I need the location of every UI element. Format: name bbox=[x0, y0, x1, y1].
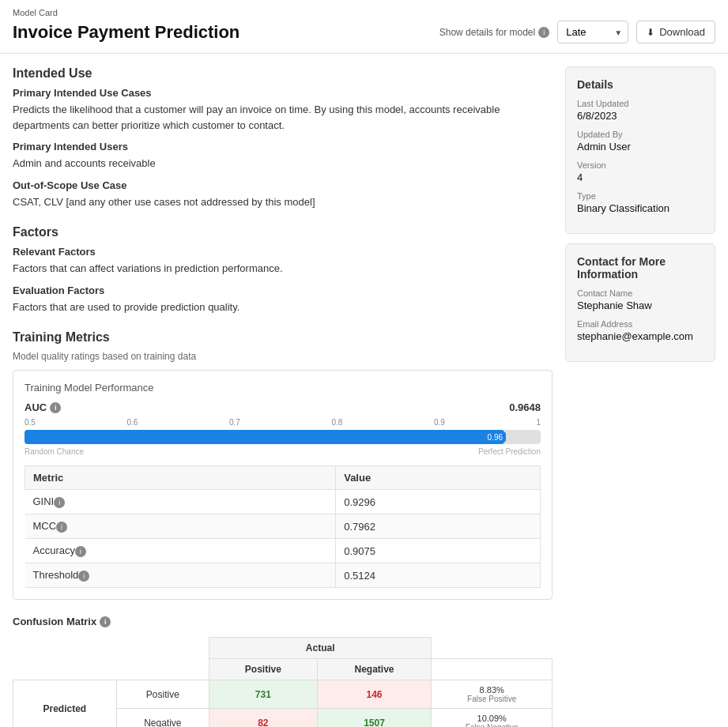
metrics-table: Metric Value GINIi0.9296MCCi0.7962Accura… bbox=[25, 465, 541, 588]
caption-left: Random Chance bbox=[25, 447, 84, 456]
show-details-info-icon[interactable]: i bbox=[538, 27, 549, 38]
contact-email-row: Email Address stephanie@example.com bbox=[577, 319, 703, 342]
model-select-wrapper: Late On Time ▼ bbox=[557, 21, 628, 43]
tn-cell: 1507 bbox=[317, 709, 432, 728]
evaluation-factors-text: Factors that are used to provide predict… bbox=[13, 299, 553, 315]
download-button[interactable]: ⬇ Download bbox=[636, 21, 715, 43]
contact-card-title: Contact for More Information bbox=[577, 255, 703, 281]
progress-fill: 0.96 bbox=[25, 430, 504, 444]
table-row: MCCi0.7962 bbox=[25, 514, 541, 539]
main-content: Intended Use Primary Intended Use Cases … bbox=[0, 54, 728, 727]
table-row: GINIi0.9296 bbox=[25, 490, 541, 514]
table-row: Thresholdi0.5124 bbox=[25, 563, 541, 588]
version-row: Version 4 bbox=[577, 160, 703, 183]
header-bar: Model Card Invoice Payment Prediction Sh… bbox=[0, 0, 728, 54]
metrics-box-title: Training Model Performance bbox=[25, 382, 541, 394]
relevant-factors-heading: Relevant Factors bbox=[13, 246, 553, 258]
left-panel: Intended Use Primary Intended Use Cases … bbox=[13, 66, 553, 727]
version-value: 4 bbox=[577, 171, 703, 183]
intended-use-title: Intended Use bbox=[13, 66, 553, 81]
contact-name-value: Stephanie Shaw bbox=[577, 299, 703, 311]
updated-by-row: Updated By Admin User bbox=[577, 130, 703, 153]
gini-info-icon[interactable]: i bbox=[54, 497, 65, 508]
auc-value: 0.9648 bbox=[509, 401, 541, 413]
fp-pct: 8.83% bbox=[438, 685, 545, 695]
last-updated-label: Last Updated bbox=[577, 99, 703, 108]
progress-value-label: 0.96 bbox=[485, 432, 506, 443]
training-metrics-title: Training Metrics bbox=[13, 330, 553, 345]
fp-stat-cell: 8.83% False Positive bbox=[432, 680, 553, 709]
model-select[interactable]: Late On Time bbox=[557, 21, 628, 43]
fn-cell: 82 bbox=[209, 709, 317, 728]
auc-row: AUC i 0.9648 bbox=[25, 401, 541, 413]
download-icon: ⬇ bbox=[647, 27, 654, 38]
contact-email-label: Email Address bbox=[577, 319, 703, 329]
value-col-header: Value bbox=[336, 466, 541, 490]
intended-use-section: Intended Use Primary Intended Use Cases … bbox=[13, 66, 553, 209]
header-row: Invoice Payment Prediction Show details … bbox=[13, 21, 715, 43]
actual-positive-header: Positive bbox=[209, 659, 317, 680]
threshold-info-icon[interactable]: i bbox=[78, 571, 89, 582]
primary-users-heading: Primary Intended Users bbox=[13, 141, 553, 153]
contact-name-label: Contact Name bbox=[577, 288, 703, 298]
fp-cell: 146 bbox=[317, 680, 432, 709]
training-metrics-subtitle: Model quality ratings based on training … bbox=[13, 351, 553, 362]
relevant-factors-text: Factors that can affect variations in pr… bbox=[13, 261, 553, 277]
progress-track: 0.96 bbox=[25, 430, 541, 444]
type-value: Binary Classification bbox=[577, 202, 703, 214]
out-of-scope-text: CSAT, CLV [and any other use cases not a… bbox=[13, 194, 553, 210]
updated-by-label: Updated By bbox=[577, 130, 703, 139]
type-label: Type bbox=[577, 191, 703, 201]
last-updated-row: Last Updated 6/8/2023 bbox=[577, 99, 703, 122]
page-title: Invoice Payment Prediction bbox=[13, 22, 240, 43]
progress-scale: 0.5 0.6 0.7 0.8 0.9 1 bbox=[25, 418, 541, 427]
confusion-matrix-title: Confusion Matrix i bbox=[13, 616, 553, 627]
details-card: Details Last Updated 6/8/2023 Updated By… bbox=[565, 66, 715, 234]
progress-captions: Random Chance Perfect Prediction bbox=[25, 447, 541, 456]
right-panel: Details Last Updated 6/8/2023 Updated By… bbox=[565, 66, 715, 727]
factors-title: Factors bbox=[13, 225, 553, 239]
updated-by-value: Admin User bbox=[577, 141, 703, 153]
contact-email-value: stephanie@example.com bbox=[577, 330, 703, 342]
model-card-label: Model Card bbox=[13, 8, 715, 17]
predicted-label: Predicted bbox=[13, 680, 117, 728]
evaluation-factors-heading: Evaluation Factors bbox=[13, 284, 553, 296]
confusion-matrix-section: Confusion Matrix i Actual Positive bbox=[13, 616, 553, 727]
tp-cell: 731 bbox=[209, 680, 317, 709]
fn-pct: 10.09% bbox=[438, 714, 545, 723]
factors-section: Factors Relevant Factors Factors that ca… bbox=[13, 225, 553, 315]
type-row: Type Binary Classification bbox=[577, 191, 703, 214]
last-updated-value: 6/8/2023 bbox=[577, 110, 703, 122]
metric-col-header: Metric bbox=[25, 466, 336, 490]
details-card-title: Details bbox=[577, 78, 703, 91]
predicted-positive-label: Positive bbox=[116, 680, 209, 709]
fp-label: False Positive bbox=[438, 695, 545, 703]
mcc-info-icon[interactable]: i bbox=[56, 522, 67, 533]
header-actions: Show details for model i Late On Time ▼ … bbox=[439, 21, 715, 43]
caption-right: Perfect Prediction bbox=[478, 447, 541, 456]
primary-use-cases-heading: Primary Intended Use Cases bbox=[13, 87, 553, 99]
table-row: Accuracyi0.9075 bbox=[25, 539, 541, 563]
out-of-scope-heading: Out-of-Scope Use Case bbox=[13, 179, 553, 191]
fn-stat-cell: 10.09% False Negative bbox=[432, 709, 553, 728]
primary-users-text: Admin and accounts receivable bbox=[13, 156, 553, 171]
version-label: Version bbox=[577, 160, 703, 170]
metrics-box: Training Model Performance AUC i 0.9648 … bbox=[13, 370, 553, 600]
show-details-label: Show details for model i bbox=[439, 27, 549, 38]
accuracy-info-icon[interactable]: i bbox=[75, 546, 86, 557]
contact-name-row: Contact Name Stephanie Shaw bbox=[577, 288, 703, 311]
fn-label: False Negative bbox=[438, 723, 545, 727]
confusion-table: Actual Positive Negative Predicted Pos bbox=[13, 637, 553, 727]
auc-label: AUC i bbox=[25, 401, 61, 413]
actual-header: Actual bbox=[209, 638, 431, 659]
training-metrics-section: Training Metrics Model quality ratings b… bbox=[13, 330, 553, 600]
contact-card: Contact for More Information Contact Nam… bbox=[565, 243, 715, 362]
primary-use-cases-text: Predicts the likelihood that a customer … bbox=[13, 102, 553, 133]
actual-negative-header: Negative bbox=[317, 659, 432, 680]
auc-info-icon[interactable]: i bbox=[50, 402, 61, 413]
confusion-info-icon[interactable]: i bbox=[100, 616, 111, 627]
predicted-negative-label: Negative bbox=[116, 709, 209, 728]
